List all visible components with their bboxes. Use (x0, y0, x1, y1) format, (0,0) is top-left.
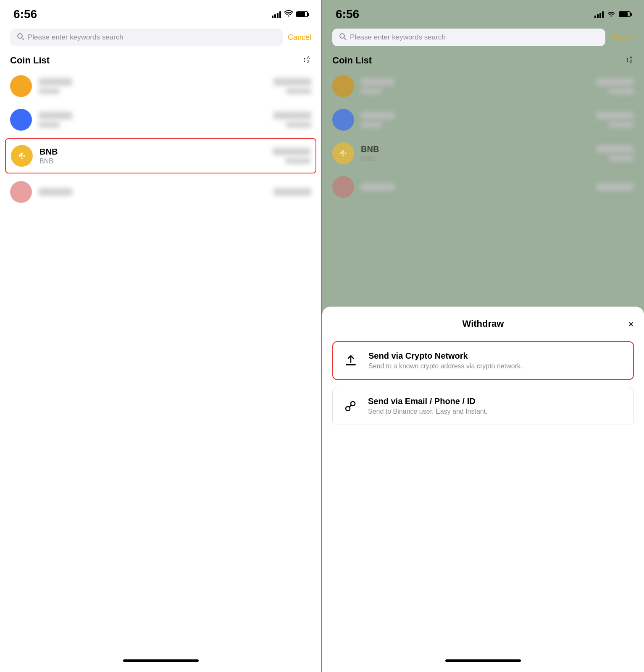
search-icon-right (339, 33, 347, 42)
list-item[interactable] (0, 69, 321, 103)
list-item[interactable] (0, 175, 321, 209)
email-phone-text: Send via Email / Phone / ID Send to Bina… (368, 396, 488, 415)
list-item (322, 69, 644, 103)
svg-line-7 (344, 38, 346, 40)
dim-overlay: 6:56 (322, 0, 644, 315)
bnb-value-right (596, 145, 634, 161)
coin-info-blurred (39, 188, 267, 196)
wifi-icon-right (607, 10, 615, 19)
bnb-name-right: BNB (361, 144, 589, 154)
svg-text:A: A (307, 55, 310, 60)
svg-text:↕: ↕ (626, 56, 629, 63)
withdraw-header: Withdraw × (332, 318, 634, 329)
email-phone-desc: Send to Binance user. Easy and Instant. (368, 408, 488, 415)
coin-value-blurred (596, 112, 634, 128)
search-bar-left[interactable]: Please enter keywords search Cancel (0, 25, 321, 50)
bnb-coin-info-right: BNB BNB (361, 144, 589, 163)
coin-logo (332, 109, 354, 131)
coin-logo (10, 109, 32, 131)
status-bar-right: 6:56 (322, 0, 644, 25)
coin-value-blurred (273, 112, 311, 128)
signal-icon-right (594, 10, 604, 18)
svg-line-15 (350, 405, 351, 407)
cancel-button-left[interactable]: Cancel (288, 33, 311, 42)
wifi-icon (284, 10, 293, 19)
search-input-left[interactable]: Please enter keywords search (28, 33, 124, 42)
coin-list-header-left: Coin List ↕ A Z (0, 50, 321, 69)
bnb-coin-name: BNB (39, 147, 266, 157)
status-time-right: 6:56 (336, 8, 359, 21)
home-indicator-left (0, 653, 321, 672)
search-icon-left (17, 33, 24, 42)
search-input-right[interactable]: Please enter keywords search (350, 33, 446, 42)
home-indicator-right (322, 653, 644, 672)
cancel-button-right[interactable]: Cancel (610, 33, 634, 42)
coin-logo (10, 75, 32, 97)
coin-list-left: BNB BNB (0, 69, 321, 653)
coin-logo (332, 176, 354, 198)
coin-value-blurred (273, 188, 311, 196)
right-panel: 6:56 (322, 0, 644, 672)
coin-value-blurred (596, 78, 634, 94)
coin-logo (332, 75, 354, 97)
status-bar-left: 6:56 (0, 0, 321, 25)
coin-value-blurred (273, 78, 311, 94)
home-bar (123, 659, 199, 662)
email-phone-title: Send via Email / Phone / ID (368, 396, 488, 406)
search-input-wrapper-left[interactable]: Please enter keywords search (10, 29, 283, 46)
search-bar-right[interactable]: Please enter keywords search Cancel (322, 25, 644, 50)
bnb-coin-info: BNB BNB (39, 147, 266, 165)
status-time-left: 6:56 (13, 8, 37, 21)
crypto-network-option[interactable]: Send via Crypto Network Send to a known … (332, 341, 634, 380)
coin-info-blurred (39, 78, 267, 94)
bnb-list-item[interactable]: BNB BNB (5, 138, 316, 173)
withdraw-sheet: Withdraw × Send via Crypto Network Send … (322, 307, 644, 672)
status-icons-left (272, 10, 308, 19)
search-input-wrapper-right[interactable]: Please enter keywords search (332, 29, 605, 46)
close-button[interactable]: × (628, 318, 634, 330)
coin-info-blurred (361, 78, 589, 94)
coin-info-blurred (361, 183, 589, 191)
crypto-network-desc: Send to a known crypto address via crypt… (368, 362, 522, 370)
svg-rect-12 (346, 364, 356, 365)
status-icons-right (594, 10, 631, 19)
email-phone-option[interactable]: Send via Email / Phone / ID Send to Bina… (332, 387, 634, 425)
coin-logo (10, 181, 32, 203)
home-bar-right (445, 659, 521, 662)
bnb-list-item-right: BNB BNB (322, 136, 644, 170)
withdraw-title: Withdraw (463, 318, 504, 329)
bnb-coin-logo-right (332, 142, 354, 164)
list-item (322, 170, 644, 204)
svg-text:Z: Z (630, 60, 632, 64)
svg-text:Z: Z (307, 60, 310, 64)
bnb-coin-logo (11, 145, 33, 167)
list-item (322, 103, 644, 136)
svg-text:↕: ↕ (303, 56, 306, 63)
bnb-symbol-right: BNB (361, 155, 589, 163)
bnb-coin-symbol: BNB (39, 158, 266, 165)
coin-value-blurred (596, 183, 634, 191)
svg-line-1 (22, 38, 24, 40)
crypto-network-text: Send via Crypto Network Send to a known … (368, 351, 522, 370)
battery-icon (296, 11, 308, 17)
crypto-network-title: Send via Crypto Network (368, 351, 522, 361)
list-item[interactable] (0, 103, 321, 136)
coin-list-header-right: Coin List ↕ A Z (322, 50, 644, 69)
link-icon (341, 397, 360, 415)
coin-info-blurred (361, 112, 589, 128)
coin-list-title-left: Coin List (10, 55, 50, 66)
upload-icon (342, 352, 360, 370)
battery-icon-right (619, 11, 631, 17)
bnb-value-blurred (273, 148, 310, 164)
coin-list-title-right: Coin List (332, 55, 372, 66)
left-panel: 6:56 (0, 0, 321, 672)
svg-text:A: A (630, 55, 632, 60)
coin-info-blurred (39, 112, 267, 128)
signal-icon (272, 10, 281, 18)
sort-icon-left[interactable]: ↕ A Z (302, 55, 311, 66)
sort-icon-right[interactable]: ↕ A Z (625, 55, 634, 66)
